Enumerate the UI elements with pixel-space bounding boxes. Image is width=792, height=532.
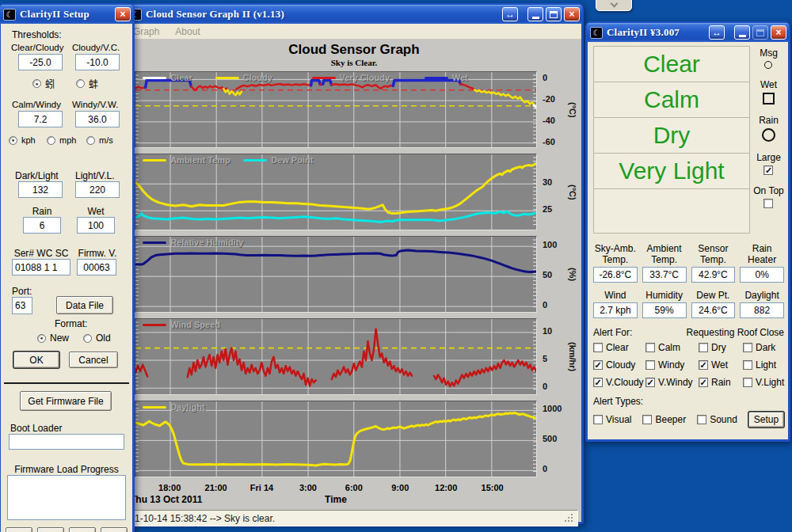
temp-unit-fahrenheit-radio[interactable]: 蚌 xyxy=(76,77,98,90)
wet-label: Wet xyxy=(77,206,115,217)
clipped-button[interactable] xyxy=(69,527,96,532)
alert-type-beeper-checkbox[interactable]: Beeper xyxy=(642,414,686,425)
rain-heater-value: 0% xyxy=(740,267,784,283)
large-toggle[interactable]: Large ✓ xyxy=(756,152,781,175)
chart-title: Cloud Sensor Graph xyxy=(127,42,581,58)
firmware-progress-label: Firmware Load Progress xyxy=(1,464,132,475)
alert-windy-checkbox[interactable]: Windy xyxy=(645,359,699,370)
alert-vcloudy-checkbox[interactable]: ✓V.Cloudy xyxy=(593,377,645,388)
clarity-titlebar[interactable]: ☾ ClarityII ¥3.007 ↔ × xyxy=(587,23,789,42)
format-new-radio[interactable]: ● New xyxy=(37,332,69,344)
clipped-button[interactable] xyxy=(6,527,32,532)
panel-ambient-dewpoint: Ambient TempDew Point 3025 (°C) xyxy=(135,154,581,230)
clipped-button[interactable] xyxy=(37,527,64,532)
menubar: Graph About xyxy=(127,24,581,39)
x-tick-label: 21:00 xyxy=(205,483,227,492)
app-icon: ☾ xyxy=(590,27,603,39)
temp-plot xyxy=(135,154,537,230)
setup-titlebar[interactable]: ☾ ClarityII Setup × xyxy=(0,5,133,24)
x-axis-ticks: 18:0021:00Fri 143:006:009:0012:0015:00 xyxy=(135,483,537,494)
cloudy-vc-field[interactable]: -10.0 xyxy=(75,54,120,70)
wind-value: 2.7 kph xyxy=(593,302,638,318)
sky-plot xyxy=(135,71,537,148)
resize-button[interactable]: ↔ xyxy=(709,25,725,40)
alert-vlight-checkbox[interactable]: V.Light xyxy=(743,377,784,388)
alert-dry-checkbox[interactable]: Dry xyxy=(699,342,743,353)
wet-field[interactable]: 100 xyxy=(77,217,115,234)
y-axis-unit: (°C) xyxy=(568,184,577,200)
wind-unit-kph-radio[interactable]: ● kph xyxy=(9,135,36,145)
readings-row-2: Wind Humidity Dew Pt. Daylight 2.7 kph 5… xyxy=(593,290,784,318)
y-tick-label: 500 xyxy=(543,434,557,443)
data-file-button[interactable]: Data File xyxy=(56,296,113,314)
alert-type-visual-checkbox[interactable]: Visual xyxy=(593,414,631,425)
port-field[interactable]: 63 xyxy=(12,297,32,314)
serial-field[interactable]: 01088 1 1 xyxy=(12,259,70,276)
menu-about[interactable]: About xyxy=(175,26,200,39)
firmware-progress-box xyxy=(7,475,126,520)
chevron-down-icon xyxy=(610,0,618,7)
wet-lamp-icon xyxy=(763,93,775,104)
alert-cloudy-checkbox[interactable]: ✓Cloudy xyxy=(593,359,645,370)
y-axis-unit: (%) xyxy=(568,268,577,281)
alert-light-checkbox[interactable]: Light xyxy=(743,359,784,370)
humidity-y-axis: 100500 xyxy=(537,236,565,313)
maximize-button-disabled xyxy=(752,25,768,40)
wind-y-axis: 1050 xyxy=(537,318,565,395)
status-bar: 1-10-14 15:38:42 --> Sky is clear. xyxy=(130,510,578,526)
y-axis-unit: (km/hr) xyxy=(568,342,577,371)
wet-indicator: Wet xyxy=(760,79,777,104)
alert-rain-checkbox[interactable]: ✓Rain xyxy=(699,377,743,388)
y-tick-label: 25 xyxy=(543,204,552,214)
dark-light-field[interactable]: 132 xyxy=(18,181,63,198)
ambient-temp-value: 33.7°C xyxy=(642,267,687,283)
format-old-radio[interactable]: Old xyxy=(83,332,111,344)
cloudy-vc-label: Cloudy/V.C. xyxy=(72,43,120,52)
wind-unit-ms-radio[interactable]: m/s xyxy=(86,135,113,145)
graph-titlebar[interactable]: ☾ Cloud Sensor Graph II (v1.13) ↔ × xyxy=(126,5,582,24)
clipped-button[interactable] xyxy=(101,527,128,532)
maximize-button[interactable] xyxy=(546,7,562,21)
chart-canvas xyxy=(135,237,536,312)
humidity-value: 59% xyxy=(642,302,687,318)
on-top-toggle[interactable]: On Top xyxy=(753,185,783,208)
minimize-button[interactable] xyxy=(527,7,543,21)
alert-clear-checkbox[interactable]: Clear xyxy=(593,342,645,353)
resize-button[interactable]: ↔ xyxy=(502,7,518,21)
alert-vwindy-checkbox[interactable]: ✓V.Windy xyxy=(645,377,699,388)
wind-unit-mph-radio[interactable]: mph xyxy=(47,135,76,145)
clear-cloudy-label: Clear/Cloudy xyxy=(11,43,63,52)
alert-wet-checkbox[interactable]: ✓Wet xyxy=(699,359,743,370)
rain-field[interactable]: 6 xyxy=(23,217,61,234)
msg-lamp-icon xyxy=(764,61,772,69)
close-button[interactable]: × xyxy=(115,7,131,21)
calm-windy-field[interactable]: 7.2 xyxy=(18,111,63,127)
windy-vw-field[interactable]: 36.0 xyxy=(75,111,120,127)
alert-setup-button[interactable]: Setup xyxy=(748,412,784,428)
readings-row-1: Sky-Amb.Temp. AmbientTemp. SensorTemp. R… xyxy=(593,243,784,283)
rain-indicator: Rain xyxy=(759,115,779,142)
menu-graph[interactable]: Graph xyxy=(133,26,159,39)
graph-client-area: Cloud Sensor Graph Sky is Clear. ClearCl… xyxy=(127,39,581,521)
y-tick-label: 10 xyxy=(543,326,552,336)
x-tick-label: 12:00 xyxy=(435,483,457,492)
resize-grip[interactable] xyxy=(565,515,573,522)
firmware-version-field[interactable]: 00063 xyxy=(77,259,116,276)
clear-cloudy-field[interactable]: -25.0 xyxy=(18,54,63,70)
boot-loader-label: Boot Loader xyxy=(10,423,62,434)
taskbar-flyout-tab[interactable] xyxy=(596,0,632,11)
alert-type-sound-checkbox[interactable]: Sound xyxy=(697,414,737,425)
panel-relative-humidity: Relative Humidity 100500 (%) xyxy=(135,236,581,313)
close-button[interactable]: × xyxy=(564,7,580,21)
temp-unit-celsius-radio[interactable]: ● 蚓 xyxy=(32,77,55,90)
get-firmware-file-button[interactable]: Get Firmware File xyxy=(20,391,112,411)
ok-button[interactable]: OK xyxy=(13,352,59,368)
cancel-button[interactable]: Cancel xyxy=(69,352,118,368)
alert-calm-checkbox[interactable]: Calm xyxy=(645,342,699,353)
y-tick-label: 0 xyxy=(543,382,547,391)
light-vl-field[interactable]: 220 xyxy=(75,181,120,198)
close-button[interactable]: × xyxy=(771,25,786,40)
minimize-button[interactable] xyxy=(734,25,750,40)
boot-loader-field[interactable] xyxy=(9,434,124,450)
alert-dark-checkbox[interactable]: Dark xyxy=(743,342,784,353)
